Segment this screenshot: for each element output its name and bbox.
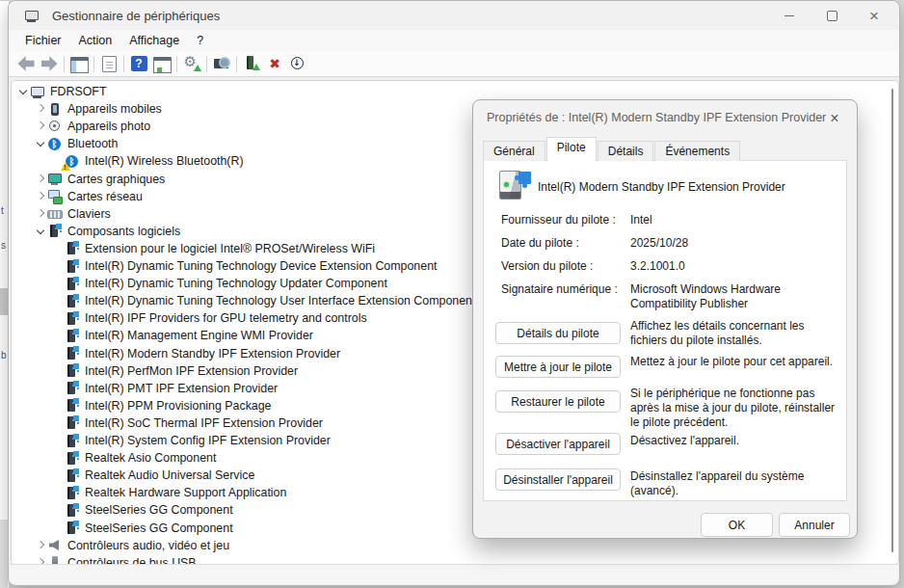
help-button[interactable]	[127, 53, 150, 74]
camera-icon	[47, 120, 63, 134]
tab-details[interactable]: Détails	[598, 141, 654, 161]
toolbar-separator	[93, 56, 94, 72]
forward-icon	[41, 56, 58, 71]
close-button[interactable]	[853, 1, 895, 30]
software-icon	[65, 468, 80, 483]
tree-item-label: Realtek Audio Universal Service	[85, 468, 254, 482]
desactiver-l-appareil-button[interactable]: Désactiver l'appareil	[495, 433, 621, 455]
tree-item-label: Cartes réseau	[67, 190, 143, 203]
software-icon	[65, 346, 80, 361]
audio-icon	[47, 538, 63, 552]
chevron-right-icon[interactable]	[34, 173, 47, 186]
update-driver-icon	[184, 56, 200, 71]
chevron-down-icon[interactable]	[34, 225, 47, 238]
tree-item-fdrsoft[interactable]: FDRSOFT	[12, 83, 889, 100]
tree-item-label: Intel(R) Wireless Bluetooth(R)	[85, 154, 244, 168]
desinstaller-l-appareil-button[interactable]: Désinstaller l'appareil	[495, 468, 621, 491]
desactiver-l-appareil-description: Désactivez l'appareil.	[630, 434, 837, 448]
restaurer-le-pilote-button[interactable]: Restaurer le pilote	[495, 390, 621, 413]
disable-button[interactable]	[286, 53, 309, 74]
tree-item-label: Intel(R) SoC Thermal IPF Extension Provi…	[85, 416, 323, 430]
disable-icon	[290, 56, 306, 71]
bluetooth-icon	[65, 154, 80, 169]
mettre-a-jour-le-pilote-button[interactable]: Mettre à jour le pilote	[495, 356, 621, 378]
background-scrollbar-fragment	[0, 288, 8, 315]
details-du-pilote-button[interactable]: Détails du pilote	[495, 322, 621, 344]
tree-item-label: Intel(R) System Config IPF Extension Pro…	[85, 434, 331, 447]
cancel-button[interactable]: Annuler	[779, 513, 850, 537]
dialog-close-icon[interactable]: ×	[824, 108, 845, 129]
add-driver-button[interactable]	[240, 53, 263, 74]
menubar: FichierActionAffichage?	[9, 30, 899, 52]
maximize-button[interactable]	[811, 1, 853, 30]
gpu-icon	[47, 172, 63, 186]
scan-hardware-button[interactable]	[210, 53, 233, 74]
software-icon	[65, 521, 80, 535]
keyboard-icon	[47, 206, 63, 221]
chevron-right-icon[interactable]	[34, 102, 47, 116]
tree-item-label: Cartes graphiques	[67, 173, 165, 186]
field-label-fournisseur-du-pilote: Fournisseur du pilote :	[501, 213, 616, 227]
properties-button[interactable]	[97, 53, 120, 74]
dialog-tabs: GénéralPiloteDétailsÉvénements	[483, 139, 741, 161]
field-label-version-du-pilote: Version du pilote :	[501, 259, 593, 273]
help-icon	[131, 56, 147, 71]
properties-icon	[102, 56, 117, 72]
software-icon	[65, 398, 80, 413]
software-icon	[47, 224, 63, 238]
field-label-date-du-pilote: Date du pilote :	[501, 236, 579, 250]
tree-item-label: Intel(R) PPM Provisioning Package	[85, 399, 272, 413]
tree-item-label: Intel(R) Dynamic Tuning Technology User …	[85, 294, 475, 307]
chevron-right-icon[interactable]	[34, 539, 47, 552]
update-driver-button[interactable]	[180, 53, 203, 74]
tree-item-label: Realtek Hardware Support Application	[85, 486, 286, 499]
software-icon	[65, 294, 80, 308]
background-text-fragment: b	[1, 350, 7, 361]
tree-scrollbar[interactable]	[891, 89, 893, 552]
tree-item-controleurs-audio-video-et-jeu[interactable]: Contrôleurs audio, vidéo et jeu	[12, 537, 889, 554]
tree-item-label: SteelSeries GG Component	[85, 503, 233, 517]
driver-tab-panel: Intel(R) Modern Standby IPF Extension Pr…	[483, 160, 847, 501]
details-du-pilote-description: Affichez les détails concernant les fich…	[630, 319, 837, 348]
software-icon	[65, 434, 80, 448]
chevron-right-icon[interactable]	[34, 190, 47, 203]
chevron-right-icon[interactable]	[34, 207, 47, 221]
chevron-right-icon[interactable]	[34, 120, 47, 133]
menu-action[interactable]: Action	[70, 32, 121, 49]
console-tree-button[interactable]	[67, 53, 91, 74]
software-icon	[65, 503, 80, 518]
software-icon	[65, 415, 80, 430]
tab-general[interactable]: Général	[483, 141, 545, 161]
statusbar	[10, 564, 898, 584]
menu-aide[interactable]: ?	[188, 32, 212, 49]
tree-item-label: SteelSeries GG Component	[85, 521, 233, 535]
chevron-down-icon[interactable]	[34, 137, 47, 150]
tab-evenements[interactable]: Événements	[654, 141, 740, 161]
toolbar-separator	[176, 56, 177, 72]
field-value-version-du-pilote: 3.2.1001.0	[630, 259, 835, 274]
menu-fichier[interactable]: Fichier	[16, 32, 70, 49]
field-value-fournisseur-du-pilote: Intel	[630, 213, 835, 227]
mettre-a-jour-le-pilote-description: Mettez à jour le pilote pour cet apparei…	[630, 355, 837, 369]
tree-item-label: Claviers	[67, 207, 111, 221]
action-pane-button[interactable]	[150, 53, 173, 74]
software-icon	[65, 486, 80, 500]
computer-icon	[30, 85, 45, 99]
tree-item-label: Intel(R) Management Engine WMI Provider	[85, 329, 313, 342]
tab-pilote[interactable]: Pilote	[546, 137, 597, 161]
warning-icon	[61, 162, 70, 171]
chevron-down-icon[interactable]	[16, 85, 30, 98]
uninstall-icon	[267, 56, 283, 71]
menu-affichage[interactable]: Affichage	[120, 32, 188, 49]
uninstall-button[interactable]	[263, 53, 286, 74]
minimize-button[interactable]	[768, 1, 811, 30]
ok-button[interactable]: OK	[701, 513, 773, 537]
background-fragment	[0, 520, 8, 588]
tree-item-label: FDRSOFT	[50, 85, 107, 98]
back-button[interactable]	[14, 53, 38, 74]
forward-button[interactable]	[38, 53, 61, 74]
toolbar-separator	[123, 56, 124, 72]
tree-item-label: Appareils photo	[67, 120, 150, 133]
scan-hardware-icon	[214, 56, 230, 71]
field-label-signataire-numerique: Signataire numérique :	[501, 282, 618, 296]
